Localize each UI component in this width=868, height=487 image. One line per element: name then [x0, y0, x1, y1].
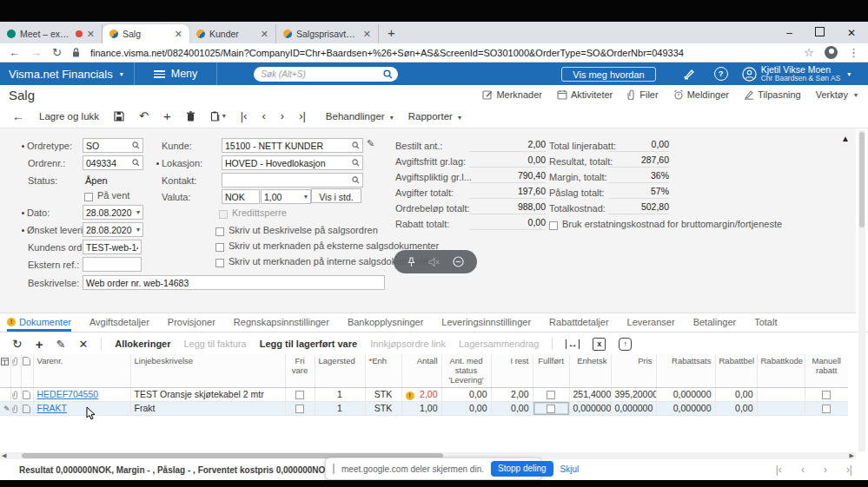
tab-dokumenter[interactable]: ! Dokumenter — [7, 317, 71, 332]
global-search-input[interactable] — [259, 69, 383, 80]
chevron-down-icon[interactable]: ▾ — [304, 193, 308, 201]
first-record-icon[interactable]: |‹ — [241, 109, 248, 122]
reload-icon[interactable]: ↻ — [52, 47, 62, 58]
col-header-linjebeskrivelse[interactable]: Linjebeskrivelse — [130, 354, 285, 387]
behandlinger-menu[interactable]: Behandlinger ▾ — [326, 111, 394, 122]
pris-cell[interactable]: 395,200000 — [611, 387, 656, 401]
scroll-right-arrow[interactable]: ▶ — [850, 452, 854, 459]
tab-regnskapsinnstillinger[interactable]: Regnskapsinnstillinger — [234, 317, 329, 332]
verktoy-menu[interactable]: Verktøy ▾ — [816, 89, 858, 100]
lookup-icon[interactable] — [132, 141, 140, 149]
bookmark-star-icon[interactable]: ☆ — [804, 47, 814, 58]
ordretype-field[interactable]: SO — [83, 138, 143, 153]
attachments-column-header[interactable] — [10, 354, 21, 387]
scroll-left-arrow[interactable]: ◀ — [2, 452, 6, 459]
col-header-fri-vare[interactable]: Fri vare — [285, 354, 315, 387]
announcement-bell-icon[interactable] — [682, 68, 695, 81]
edit-kunde-icon[interactable]: ✎ — [367, 139, 374, 148]
valuta-rate-field[interactable]: 1,00 ▾ — [261, 189, 311, 204]
minimize-button[interactable]: – — [786, 27, 792, 39]
tab-close-icon[interactable]: ✕ — [175, 29, 182, 40]
manuell-rabatt-cell[interactable] — [805, 387, 848, 401]
linjebeskrivelse-cell[interactable]: Frakt — [130, 401, 285, 415]
merknader-button[interactable]: Merknader — [482, 89, 542, 100]
col-header-ant-med-status[interactable]: Ant. med status 'Levering' — [441, 354, 491, 387]
enhetsk-cell[interactable]: 251,400000 — [569, 387, 611, 401]
user-menu[interactable]: Kjetil Vikse Moen Chr Baardsen & Søn AS … — [742, 65, 851, 82]
last-page-icon[interactable]: ›| — [846, 464, 852, 476]
col-header-enhetsk[interactable]: Enhetsk — [569, 354, 611, 387]
order-line-row[interactable]: ✎ FRAKT Frakt 1 STK 1,00 0,00 0,00 0,000… — [0, 401, 848, 415]
rabattbel-cell[interactable]: 0,00 — [715, 401, 757, 415]
brand-chevron-icon[interactable]: ▾ — [120, 70, 123, 78]
col-header-rabattbel[interactable]: Rabattbel — [715, 354, 757, 387]
tab-leveranser[interactable]: Leveranser — [627, 317, 675, 332]
delete-row-icon[interactable]: ✕ — [78, 338, 88, 351]
valuta-code-field[interactable]: NOK — [222, 189, 260, 204]
lokasjon-field[interactable]: HOVED - Hovedlokasjon — [222, 155, 363, 170]
first-page-icon[interactable]: |‹ — [776, 464, 782, 476]
rabattsats-cell[interactable]: 0,000000 — [656, 401, 715, 415]
manuell-rabatt-cell[interactable] — [805, 401, 848, 415]
maximize-button[interactable] — [815, 27, 825, 36]
row-note-cell[interactable] — [21, 387, 33, 401]
col-header-i-rest[interactable]: I rest — [491, 354, 533, 387]
i-rest-cell[interactable]: 0,00 — [491, 401, 533, 415]
col-header-varenr[interactable]: Varenr. — [33, 354, 130, 387]
varenr-link[interactable]: HEDEF704550 — [37, 389, 99, 399]
browser-tab-meet[interactable]: Meet – ext-vric-wsu ✕ — [0, 24, 103, 43]
meet-floating-controls[interactable] — [394, 250, 477, 273]
pin-icon[interactable] — [407, 257, 416, 267]
dato-field[interactable]: 28.08.2020 ▾ — [83, 205, 143, 220]
add-record-icon[interactable]: + — [163, 109, 171, 123]
lagersted-cell[interactable]: 1 — [315, 387, 365, 401]
fullfort-cell-focused[interactable] — [533, 401, 569, 415]
tab-totalt[interactable]: Totalt — [754, 317, 777, 332]
tab-close-icon[interactable]: ✕ — [87, 29, 95, 40]
main-menu-button[interactable]: Meny — [135, 68, 217, 80]
fit-width-icon[interactable]: ↔ — [566, 339, 580, 349]
column-settings-header[interactable] — [0, 354, 10, 387]
rabattbel-cell[interactable]: 0,00 — [715, 387, 757, 401]
url-text[interactable]: finance.visma.net/0824001025/Main?Compan… — [90, 48, 793, 58]
rapporter-menu[interactable]: Rapporter ▾ — [408, 111, 461, 122]
next-page-icon[interactable]: › — [824, 464, 827, 476]
onsket-levering-field[interactable]: 28.08.2020 ▾ — [83, 222, 143, 237]
export-excel-icon[interactable]: x — [593, 338, 606, 351]
col-header-lagersted[interactable]: Lagersted — [315, 354, 365, 387]
edit-row-icon[interactable]: ✎ — [56, 339, 66, 350]
lookup-icon[interactable] — [352, 141, 360, 149]
antall-cell[interactable]: !2,00 — [401, 387, 441, 401]
kunde-field[interactable]: 15100 - NETT KUNDER — [222, 138, 363, 153]
calendar-dropdown-icon[interactable]: ▾ — [136, 208, 140, 216]
allokeringer-button[interactable]: Allokeringer — [115, 339, 170, 349]
vertical-scrollbar[interactable] — [858, 130, 865, 451]
col-header-rabattkode[interactable]: Rabattkode — [757, 354, 805, 387]
col-header-manuell-rabatt[interactable]: Manuell rabatt — [805, 354, 848, 387]
antall-cell[interactable]: 1,00 — [401, 401, 441, 415]
filer-button[interactable]: Filer — [627, 89, 658, 100]
ekstern-ref-field[interactable] — [83, 257, 142, 272]
hide-share-bar-button[interactable]: Skjul — [560, 464, 580, 474]
new-tab-button[interactable]: + — [379, 25, 404, 40]
kundens-ordrenr-field[interactable]: TEST-web-1468 — [83, 240, 142, 254]
ant-med-status-cell[interactable]: 0,00 — [441, 401, 491, 415]
tab-avgiftsdetaljer[interactable]: Avgiftsdetaljer — [89, 317, 149, 332]
lookup-icon[interactable] — [352, 159, 360, 167]
forward-nav-icon[interactable]: → — [30, 47, 42, 58]
search-icon[interactable] — [383, 69, 393, 79]
browser-tab-kunder[interactable]: Kunder ✕ — [189, 24, 276, 43]
bruk-erstatning-checkbox[interactable]: Bruk erstatningskostnad for bruttomargin… — [549, 219, 782, 230]
col-header-fullfort[interactable]: Fullført — [533, 354, 569, 387]
copy-paste-menu[interactable]: ▾ — [210, 111, 226, 122]
rabattsats-cell[interactable]: 0,000000 — [656, 387, 715, 401]
rabattkode-cell[interactable] — [757, 387, 805, 401]
meldinger-button[interactable]: Meldinger — [673, 89, 729, 100]
browser-profile-avatar[interactable] — [825, 46, 838, 59]
save-icon[interactable] — [114, 111, 124, 122]
browser-tab-salgsprisavtaler[interactable]: Salgsprisavtaler ✕ — [276, 24, 379, 43]
rabattkode-cell[interactable] — [757, 401, 805, 415]
lagersted-cell[interactable]: 1 — [315, 401, 365, 415]
undo-icon[interactable]: ↶ — [139, 109, 149, 122]
pa-vent-checkbox[interactable]: På vent — [84, 190, 129, 201]
